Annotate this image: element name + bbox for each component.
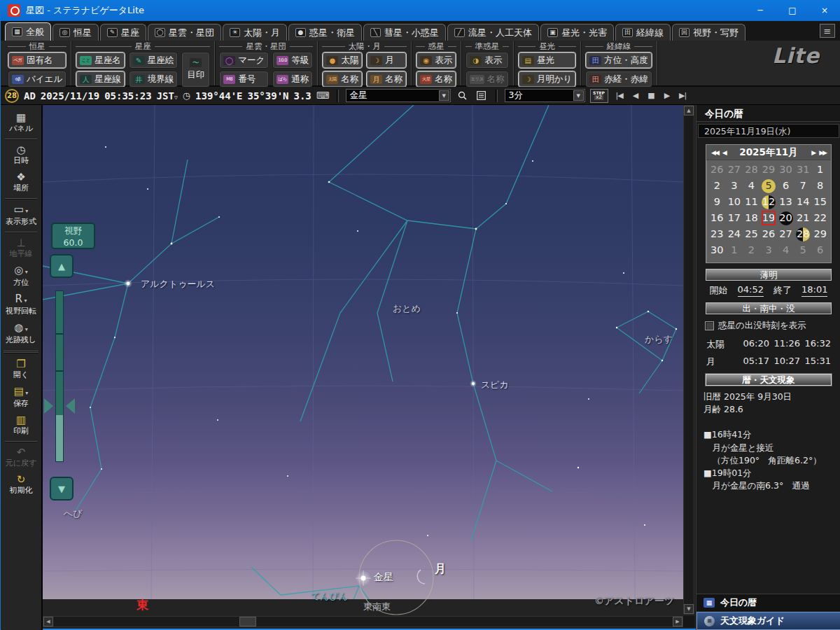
button-昼光[interactable]: ▤昼光: [518, 52, 577, 69]
chart-horizontal-scrollbar[interactable]: ◀ ▶: [43, 616, 683, 627]
calendar-day[interactable]: 4: [743, 178, 760, 194]
button-目印[interactable]: 〜目印: [181, 52, 210, 88]
tab-星座[interactable]: ✎星座: [100, 24, 146, 41]
tab-太陽・月[interactable]: ☀太陽・月: [223, 24, 287, 41]
button-月[interactable]: ☽月: [366, 52, 407, 69]
calendar-day[interactable]: 14: [794, 194, 812, 210]
button-準惑星表示[interactable]: ◑表示: [465, 52, 508, 69]
scroll-up-button[interactable]: ▲: [684, 106, 694, 115]
button-マーク[interactable]: ◯マーク: [219, 52, 269, 69]
calendar-day[interactable]: 4: [777, 242, 794, 258]
calendar-day[interactable]: 27: [777, 226, 794, 242]
calendar-day[interactable]: 17: [726, 210, 743, 226]
time-display[interactable]: 05:35:23: [104, 90, 151, 102]
panel-item-today-calendar[interactable]: ▦ 今日の暦: [696, 594, 840, 611]
calendar-day[interactable]: 10: [726, 194, 743, 210]
calendar-day[interactable]: 3: [760, 242, 778, 258]
button-固有名[interactable]: ベガ固有名: [8, 52, 66, 69]
search-button[interactable]: [456, 89, 470, 102]
tab-経緯線[interactable]: 田経緯線: [615, 24, 671, 41]
button-等級[interactable]: 10.0等級: [272, 52, 313, 69]
tab-overflow-menu-icon[interactable]: ≡: [820, 24, 835, 38]
zoom-out-button[interactable]: ▼: [50, 477, 74, 500]
sidebar-item-初期化[interactable]: ↻初期化: [1, 471, 41, 498]
star-chart[interactable]: アルクトゥールスおとめからすスピカへびてんびん金星月東南東東©アストロアーツ 視…: [43, 105, 683, 616]
sidebar-item-方位[interactable]: ◎ ▾方位: [1, 262, 41, 290]
calendar-day[interactable]: 25: [743, 226, 760, 242]
scroll-down-button[interactable]: ▼: [684, 604, 694, 614]
calendar-day[interactable]: 24: [726, 226, 743, 242]
calendar-day[interactable]: 1: [811, 162, 829, 178]
calendar-day[interactable]: 11: [743, 194, 760, 210]
latitude-display[interactable]: 35°39'N: [248, 90, 289, 102]
search-dropdown-button[interactable]: ▼: [439, 90, 449, 101]
timezone-selector[interactable]: JST▽: [157, 90, 178, 102]
playback-play-button[interactable]: ▶: [662, 91, 672, 100]
tab-視野・写野[interactable]: 回視野・写野: [672, 24, 746, 41]
next-year-button[interactable]: ▶▶: [817, 149, 828, 156]
button-月明かり[interactable]: ☽月明かり: [518, 71, 577, 88]
sidebar-item-表示形式[interactable]: ▭ ▾表示形式: [1, 201, 41, 230]
sidebar-item-印刷[interactable]: ▥印刷: [1, 412, 41, 439]
zoom-slider[interactable]: [55, 290, 64, 462]
calendar-day[interactable]: 2: [743, 242, 760, 258]
calendar-day[interactable]: 21: [794, 210, 812, 226]
zoom-in-button[interactable]: ▲: [50, 254, 74, 278]
calendar-day[interactable]: 30: [777, 162, 794, 178]
calendar-day[interactable]: 23: [708, 226, 726, 242]
button-惑星名称[interactable]: 火星名称: [416, 71, 456, 88]
calendar-day[interactable]: 12: [760, 194, 778, 210]
scrollbar-thumb[interactable]: [239, 617, 256, 626]
tab-恒星[interactable]: ◎恒星: [52, 24, 99, 41]
panel-item-phenomena-guide[interactable]: ▦ 天文現象ガイド: [696, 612, 840, 630]
button-番号[interactable]: M8番号: [219, 71, 269, 88]
twilight-start-link[interactable]: 04:52: [738, 284, 764, 297]
calendar-day[interactable]: 2: [708, 178, 726, 194]
tab-星雲・星団[interactable]: ◯星雲・星団: [148, 24, 221, 41]
chart-vertical-scrollbar[interactable]: ▲ ▼: [683, 105, 694, 615]
next-month-button[interactable]: ▶: [809, 149, 817, 156]
calendar-day[interactable]: 6: [811, 242, 829, 258]
calendar-day[interactable]: 26: [708, 162, 726, 178]
calendar-day[interactable]: 5: [794, 242, 812, 258]
planet-riseset-checkbox[interactable]: [705, 321, 714, 330]
search-list-button[interactable]: [475, 89, 489, 102]
calendar-day[interactable]: 6: [777, 178, 794, 194]
calendar-day[interactable]: 3: [726, 178, 743, 194]
calendar-day[interactable]: 31: [794, 162, 812, 178]
zoom-slider-handle[interactable]: [43, 398, 76, 414]
twilight-end-link[interactable]: 18:01: [802, 284, 827, 297]
scroll-right-button[interactable]: ▶: [673, 617, 682, 626]
button-星座名[interactable]: こと星座名: [76, 52, 125, 69]
close-button[interactable]: ×: [808, 0, 840, 21]
calendar-day[interactable]: 29: [811, 226, 829, 242]
sidebar-item-保存[interactable]: ▤ ▾保存: [1, 383, 41, 412]
calendar-day[interactable]: 26: [760, 226, 778, 242]
button-通称[interactable]: ばら通称: [272, 71, 313, 88]
calendar-day[interactable]: 9: [708, 194, 726, 210]
minimize-button[interactable]: ─: [744, 0, 776, 21]
time-step-dropdown-button[interactable]: ▼: [573, 90, 584, 101]
playback-stop-button[interactable]: ■: [645, 91, 657, 100]
button-赤経・赤緯[interactable]: 田赤経・赤緯: [585, 71, 652, 88]
time-step-combobox[interactable]: 3分 ▼: [505, 89, 585, 102]
date-display[interactable]: 2025/11/19: [41, 90, 99, 102]
playback-last-button[interactable]: ▶|: [676, 91, 689, 100]
calendar-day[interactable]: 28: [794, 226, 812, 242]
calendar-day[interactable]: 27: [726, 162, 743, 178]
button-月名称[interactable]: 月名称: [366, 71, 407, 88]
maximize-button[interactable]: □: [776, 0, 808, 21]
calendar-day[interactable]: 29: [760, 162, 778, 178]
calendar-day[interactable]: 7: [794, 178, 812, 194]
calendar-day[interactable]: 28: [743, 162, 760, 178]
calendar-day[interactable]: 13: [777, 194, 794, 210]
sidebar-item-開く[interactable]: ❐開く: [1, 356, 41, 383]
calendar-day[interactable]: 30: [708, 242, 726, 258]
playback-first-button[interactable]: |◀: [613, 91, 626, 100]
playback-back-button[interactable]: ◀: [630, 91, 640, 100]
sidebar-item-パネル[interactable]: ▦パネル: [1, 109, 41, 136]
magnitude-limit-display[interactable]: 3.3: [294, 90, 312, 102]
tab-彗星・小惑星[interactable]: ╲彗星・小惑星: [363, 24, 446, 41]
sidebar-item-場所[interactable]: ❖場所: [1, 169, 41, 196]
button-太陽名称[interactable]: 太陽名称: [322, 71, 363, 88]
